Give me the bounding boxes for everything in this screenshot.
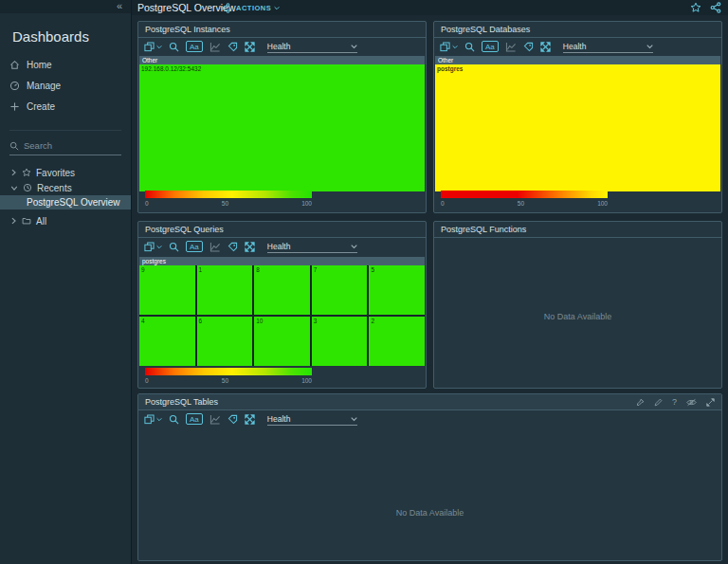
color-tag-icon[interactable] [228,42,238,52]
chevron-down-icon [156,45,162,49]
fit-view-icon[interactable] [540,42,551,52]
heatmap-cell[interactable]: 192.168.0.12/32:5432 [139,64,425,191]
heatmap-cell-label: 6 [199,318,203,324]
legend-tick: 50 [222,377,228,384]
metric-selector[interactable]: Health [563,41,653,53]
legend-tick: 0 [441,200,445,207]
fit-view-icon[interactable] [245,242,255,252]
heatmap-cell-label: 8 [256,266,260,273]
actions-menu-button[interactable]: ACTIONS [236,4,280,12]
zoom-icon[interactable] [169,414,179,425]
heatmap-cell[interactable]: 2 [369,317,425,366]
favorite-star-icon[interactable] [690,2,701,13]
heatmap-group-label: Other [139,56,425,64]
search-input[interactable] [24,140,114,151]
color-tag-icon[interactable] [228,242,238,252]
labels-toggle-button[interactable]: Aa [186,241,203,252]
heatmap-cell[interactable]: 5 [369,265,425,315]
sidebar-item-manage[interactable]: Manage [9,75,131,96]
sidebar-item-recents[interactable]: Recents [0,180,131,195]
panel-title: PostgreSQL Instances [145,22,230,37]
metric-selector-value: Health [267,242,291,251]
metric-selector[interactable]: Health [267,241,357,253]
color-tag-icon[interactable] [523,42,534,52]
share-page-icon[interactable] [710,2,721,13]
legend-gradient-bar [145,191,312,198]
zoom-icon[interactable] [169,42,179,52]
sparkline-icon[interactable] [209,42,221,52]
sparkline-icon[interactable] [505,42,517,52]
labels-toggle-button[interactable]: Aa [186,413,203,425]
heatmap-cell[interactable]: 9 [139,265,195,315]
group-by-icon[interactable] [440,42,458,52]
clock-icon [23,183,32,192]
fit-view-icon[interactable] [245,414,255,425]
help-icon[interactable]: ? [672,398,677,407]
fit-view-icon[interactable] [245,42,255,52]
plus-icon [9,101,20,112]
widget-toolbar: Aa Health [138,238,426,255]
heatmap-cell[interactable]: 4 [139,317,195,366]
share-dashboard-icon[interactable] [220,3,230,13]
heatmap-grid: 9 1 8 7 5 4 6 10 3 2 [139,265,425,366]
folder-icon [22,216,31,226]
hide-icon[interactable] [686,398,697,407]
metric-selector[interactable]: Health [267,413,357,426]
heatmap-cell[interactable]: 6 [197,317,253,366]
maximize-icon[interactable] [706,398,715,407]
heatmap-cell[interactable]: 8 [254,265,310,315]
heatmap-cell-label: 3 [314,318,318,324]
sparkline-icon[interactable] [209,242,221,252]
home-icon [9,60,20,70]
sidebar-item-label: Create [27,101,55,112]
heatmap-cell[interactable]: 7 [312,265,368,315]
legend-tick: 50 [518,200,524,207]
panel-postgresql-tables: PostgreSQL Tables ? Aa [137,393,722,561]
chevron-down-icon [156,417,162,422]
heatmap-cell[interactable]: 1 [197,265,253,315]
sidebar-item-all[interactable]: All [0,213,131,228]
group-by-icon[interactable] [144,42,162,52]
legend-tick: 50 [222,200,228,207]
legend-tick: 100 [301,200,312,207]
heatmap-group-label: postgres [139,257,425,265]
legend-tick: 100 [597,200,608,207]
heatmap-cell-label: 4 [141,318,145,324]
actions-label: ACTIONS [236,4,271,12]
edit-icon[interactable] [654,398,663,407]
chevron-right-icon [10,169,17,176]
zoom-icon[interactable] [464,42,475,52]
group-by-icon[interactable] [144,242,162,252]
sidebar-item-home[interactable]: Home [9,54,131,75]
metric-selector[interactable]: Health [267,41,357,53]
chevron-down-icon [646,44,653,49]
panel-postgresql-functions: PostgreSQL Functions No Data Available [433,221,722,389]
sidebar-item-create[interactable]: Create [9,96,131,117]
chevron-down-icon [156,245,162,249]
sidebar-collapse-icon[interactable]: « [117,0,122,11]
panel-postgresql-databases: PostgreSQL Databases Aa Health Other pos… [433,21,722,213]
heatmap-cell[interactable]: 10 [254,317,310,366]
sparkline-icon[interactable] [209,414,221,425]
chevron-down-icon [351,44,357,49]
labels-toggle-button[interactable]: Aa [186,41,203,52]
sidebar-item-favorites[interactable]: Favorites [0,165,131,180]
heatmap-cell-label: 192.168.0.12/32:5432 [141,65,201,72]
sidebar: « Dashboards Home Manage Create [0,0,132,564]
heatmap-cell-label: 7 [314,266,318,273]
labels-toggle-button[interactable]: Aa [482,41,499,52]
sidebar-item-postgresql-overview[interactable]: PostgreSQL Overview [0,195,131,209]
heatmap-group-label: Other [435,56,720,64]
pin-icon[interactable] [636,398,645,407]
panel-postgresql-instances: PostgreSQL Instances Aa Health Other 192… [137,21,427,213]
group-by-icon[interactable] [144,414,162,425]
heatmap-cell[interactable]: 3 [312,317,368,366]
no-data-message: No Data Available [138,508,721,518]
legend-tick: 0 [145,377,149,384]
panel-postgresql-queries: PostgreSQL Queries Aa Health postgres 9 … [137,221,427,389]
color-tag-icon[interactable] [228,414,238,425]
heatmap-cell[interactable]: postgres [435,64,720,191]
zoom-icon[interactable] [169,242,179,252]
chevron-right-icon [10,217,17,225]
color-legend: 0 50 100 [145,191,312,207]
